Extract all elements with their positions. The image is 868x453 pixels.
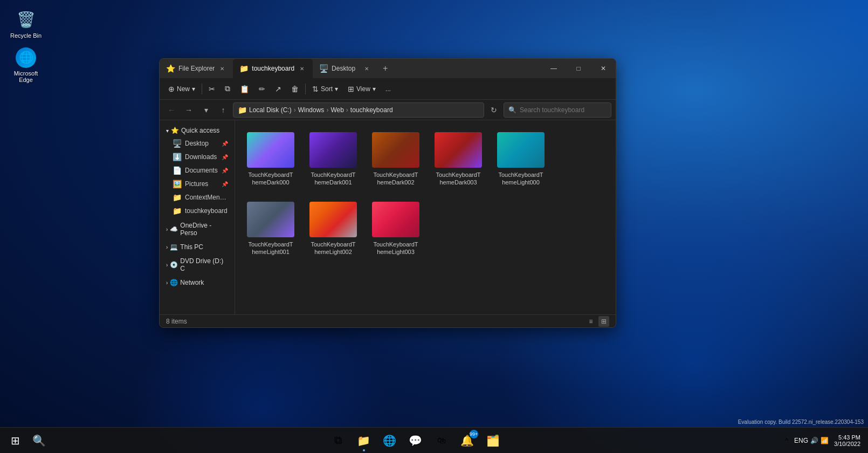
network-status-icon[interactable]: 📶 bbox=[821, 437, 829, 444]
sort-label: Sort bbox=[321, 85, 333, 93]
documents-item-label: Documents bbox=[185, 167, 218, 174]
view-button[interactable]: ⊞ View ▾ bbox=[343, 83, 380, 95]
back-button[interactable]: ← bbox=[164, 102, 179, 118]
recycle-bin-icon[interactable]: 🗑️ Recycle Bin bbox=[9, 9, 43, 39]
paste-button[interactable]: 📋 bbox=[236, 83, 253, 95]
paste-icon: 📋 bbox=[240, 85, 249, 93]
recent-button[interactable]: ▾ bbox=[198, 102, 213, 118]
onedrive-icon: ☁️ bbox=[170, 225, 178, 233]
file-item-light001[interactable]: TouchKeyboardThemeLight001 bbox=[244, 198, 298, 259]
file-explorer-taskbar-icon: 📁 bbox=[357, 434, 370, 447]
more-button[interactable]: ... bbox=[381, 83, 395, 95]
maximize-button[interactable]: □ bbox=[566, 59, 591, 78]
file-name-dark001: TouchKeyboardThemeDark001 bbox=[309, 171, 357, 187]
copy-button[interactable]: ⧉ bbox=[221, 82, 235, 95]
share-button[interactable]: ↗ bbox=[271, 83, 286, 95]
start-icon: ⊞ bbox=[11, 434, 20, 447]
more-label: ... bbox=[385, 85, 391, 93]
tab-file-explorer-close[interactable]: ✕ bbox=[218, 64, 226, 73]
sidebar-item-downloads[interactable]: ⬇️ Downloads 📌 bbox=[162, 150, 232, 163]
taskbar-chat[interactable]: 💬 bbox=[404, 429, 428, 452]
network-icon: 🌐 bbox=[170, 279, 178, 286]
tab-file-explorer[interactable]: ⭐ File Explorer ✕ bbox=[160, 59, 233, 78]
contextmenu-folder-icon: 📁 bbox=[173, 193, 182, 202]
file-name-dark000: TouchKeyboardThemeDark000 bbox=[247, 171, 294, 187]
taskbar-store[interactable]: 🛍 bbox=[430, 429, 453, 452]
sidebar-item-touchkeyboard[interactable]: 📁 touchkeyboard bbox=[162, 204, 232, 217]
recycle-bin-label: Recycle Bin bbox=[10, 32, 42, 39]
this-pc-section: › 💻 This PC bbox=[160, 241, 235, 253]
start-button[interactable]: ⊞ bbox=[4, 430, 26, 451]
new-tab-button[interactable]: + bbox=[377, 59, 393, 78]
dvd-header[interactable]: › 💿 DVD Drive (D:) C bbox=[162, 255, 232, 274]
sidebar-item-documents[interactable]: 📄 Documents 📌 bbox=[162, 164, 232, 177]
forward-button[interactable]: → bbox=[181, 102, 196, 118]
onedrive-header[interactable]: › ☁️ OneDrive - Perso bbox=[162, 219, 232, 239]
search-input[interactable] bbox=[520, 106, 607, 114]
tab-desktop-close[interactable]: ✕ bbox=[362, 64, 371, 73]
address-path[interactable]: 📁 Local Disk (C:) › Windows › Web › touc… bbox=[233, 102, 484, 118]
this-pc-icon: 💻 bbox=[170, 243, 178, 251]
time-display: 5:43 PM bbox=[838, 434, 860, 441]
volume-icon[interactable]: 🔊 bbox=[810, 437, 818, 444]
onedrive-label: OneDrive - Perso bbox=[180, 222, 228, 237]
path-sep-3: › bbox=[346, 106, 348, 114]
taskbar-edge[interactable]: 🌐 bbox=[378, 429, 402, 452]
taskbar-notifications[interactable]: 🔔 99+ bbox=[456, 429, 479, 452]
status-bar: 8 items ≡ ⊞ bbox=[160, 314, 616, 327]
desktop-folder-icon: 🖥️ bbox=[173, 139, 182, 148]
file-name-dark002: TouchKeyboardThemeDark002 bbox=[372, 171, 419, 187]
touchkeyboard-item-label: touchkeyboard bbox=[185, 207, 228, 215]
sidebar-item-pictures[interactable]: 🖼️ Pictures 📌 bbox=[162, 177, 232, 190]
minimize-button[interactable]: — bbox=[541, 59, 566, 78]
clock-display[interactable]: 5:43 PM 3/10/2022 bbox=[831, 433, 864, 448]
title-bar: ⭐ File Explorer ✕ 📁 touchkeyboard ✕ 🖥️ D… bbox=[160, 59, 616, 78]
sort-button[interactable]: ⇅ Sort ▾ bbox=[308, 83, 342, 95]
microsoft-edge-icon[interactable]: 🌐 Microsoft Edge bbox=[9, 47, 43, 83]
rename-button[interactable]: ✏ bbox=[254, 83, 270, 95]
item-count: 8 items bbox=[166, 318, 187, 325]
list-view-button[interactable]: ≡ bbox=[585, 316, 596, 327]
path-drive-icon: 📁 bbox=[238, 106, 247, 114]
new-icon: ⊕ bbox=[168, 85, 175, 93]
refresh-button[interactable]: ↻ bbox=[486, 102, 501, 118]
sidebar-item-contextmenu[interactable]: 📁 ContextMenuC bbox=[162, 191, 232, 204]
file-item-dark000[interactable]: TouchKeyboardThemeDark000 bbox=[244, 129, 298, 190]
up-button[interactable]: ↑ bbox=[216, 102, 231, 118]
file-item-light003[interactable]: TouchKeyboardThemeLight003 bbox=[369, 198, 423, 259]
delete-button[interactable]: 🗑 bbox=[287, 83, 303, 95]
path-sep-2: › bbox=[326, 106, 328, 114]
taskbar-extra-app[interactable]: 🗂️ bbox=[481, 429, 505, 452]
tab-desktop[interactable]: 🖥️ Desktop ✕ bbox=[313, 59, 377, 78]
file-thumbnail-dark003 bbox=[435, 132, 482, 168]
file-item-light002[interactable]: TouchKeyboardThemeLight002 bbox=[306, 198, 360, 259]
documents-folder-icon: 📄 bbox=[173, 166, 182, 175]
taskbar-task-view[interactable]: ⧉ bbox=[326, 429, 350, 452]
taskbar-file-explorer[interactable]: 📁 bbox=[352, 429, 376, 452]
cut-button[interactable]: ✂ bbox=[204, 83, 219, 95]
quick-access-header[interactable]: ▾ ⭐ Quick access bbox=[162, 125, 232, 136]
tab-touchkeyboard-label: touchkeyboard bbox=[252, 65, 294, 72]
system-icons: ENG 🔊 📶 bbox=[794, 437, 829, 444]
file-item-dark001[interactable]: TouchKeyboardThemeDark001 bbox=[306, 129, 360, 190]
this-pc-header[interactable]: › 💻 This PC bbox=[162, 241, 232, 253]
cut-icon: ✂ bbox=[209, 85, 215, 93]
tab-touchkeyboard[interactable]: 📁 touchkeyboard ✕ bbox=[233, 59, 313, 78]
view-chevron: ▾ bbox=[373, 85, 376, 93]
date-display: 3/10/2022 bbox=[834, 441, 860, 447]
file-thumbnail-dark000 bbox=[247, 132, 294, 168]
file-item-dark002[interactable]: TouchKeyboardThemeDark002 bbox=[369, 129, 423, 190]
file-item-light000[interactable]: TouchKeyboardThemeLight000 bbox=[494, 129, 548, 190]
taskbar-center: ⧉ 📁 🌐 💬 🛍 🔔 99+ 🗂️ bbox=[54, 429, 777, 452]
view-icon: ⊞ bbox=[348, 85, 354, 93]
network-header[interactable]: › 🌐 Network bbox=[162, 277, 232, 289]
grid-view-button[interactable]: ⊞ bbox=[598, 316, 609, 327]
sidebar-item-desktop[interactable]: 🖥️ Desktop 📌 bbox=[162, 137, 232, 150]
system-tray-expand[interactable]: ^ bbox=[781, 429, 792, 452]
tab-touchkeyboard-close[interactable]: ✕ bbox=[298, 64, 306, 73]
search-button[interactable]: 🔍 bbox=[28, 430, 50, 451]
close-button[interactable]: ✕ bbox=[591, 59, 616, 78]
new-button[interactable]: ⊕ New ▾ bbox=[164, 83, 199, 95]
file-item-dark003[interactable]: TouchKeyboardThemeDark003 bbox=[431, 129, 485, 190]
desktop-pin-icon: 📌 bbox=[222, 141, 228, 147]
